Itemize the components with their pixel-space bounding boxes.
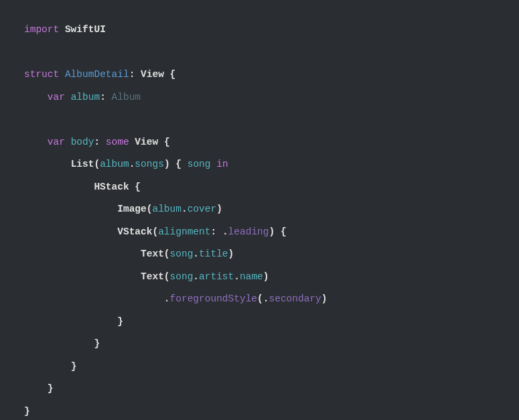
member: cover bbox=[188, 204, 217, 214]
rparen: ) bbox=[164, 159, 170, 169]
colon: : bbox=[94, 137, 100, 147]
code-line: .foregroundStyle(.secondary) bbox=[24, 288, 495, 311]
keyword-some: some bbox=[106, 137, 129, 147]
identifier: song bbox=[170, 271, 194, 282]
type-name: View bbox=[135, 137, 158, 147]
code-line: Text(song.artist.name) bbox=[24, 266, 495, 289]
member: name bbox=[240, 271, 263, 282]
close-brace: } bbox=[71, 361, 77, 372]
rparen: ) bbox=[321, 293, 327, 304]
enum-case: secondary bbox=[269, 293, 321, 304]
keyword-var: var bbox=[48, 92, 65, 102]
code-line: } bbox=[24, 311, 495, 334]
protocol-name: View bbox=[141, 69, 164, 80]
close-brace: } bbox=[94, 338, 100, 349]
code-line: } bbox=[24, 333, 495, 356]
colon: : bbox=[129, 69, 135, 80]
keyword-import: import bbox=[24, 24, 59, 35]
enum-case: leading bbox=[228, 226, 269, 237]
code-line: Image(album.cover) bbox=[24, 198, 495, 221]
open-brace: { bbox=[281, 226, 287, 237]
open-brace: { bbox=[170, 69, 176, 80]
code-block: import SwiftUI struct AlbumDetail: View … bbox=[24, 19, 495, 420]
property-name: body bbox=[71, 137, 94, 147]
func-call: Image bbox=[117, 204, 147, 214]
close-brace: } bbox=[117, 316, 123, 327]
rparen: ) bbox=[263, 271, 269, 282]
code-line: VStack(alignment: .leading) { bbox=[24, 221, 495, 244]
open-brace: { bbox=[135, 182, 141, 192]
code-line: } bbox=[24, 378, 495, 401]
member: artist bbox=[199, 271, 234, 282]
rparen: ) bbox=[228, 249, 234, 259]
code-line: } bbox=[24, 401, 495, 421]
method-call: foregroundStyle bbox=[170, 293, 258, 304]
code-line: HStack { bbox=[24, 176, 495, 199]
blank-line bbox=[24, 42, 495, 64]
code-line: struct AlbumDetail: View { bbox=[24, 64, 495, 86]
func-call: Text bbox=[141, 271, 164, 282]
code-line: List(album.songs) { song in bbox=[24, 153, 495, 176]
type-name: AlbumDetail bbox=[65, 69, 129, 80]
lparen: ( bbox=[257, 293, 263, 304]
close-brace: } bbox=[48, 383, 54, 394]
keyword-var: var bbox=[48, 137, 65, 147]
lparen: ( bbox=[152, 226, 158, 237]
keyword-in: in bbox=[216, 159, 228, 169]
rparen: ) bbox=[216, 204, 222, 214]
type-name: Album bbox=[112, 92, 141, 102]
func-call: List bbox=[71, 159, 94, 169]
close-brace: } bbox=[24, 406, 30, 417]
rparen: ) bbox=[269, 226, 275, 237]
identifier: song bbox=[170, 249, 194, 259]
closure-param: song bbox=[188, 159, 211, 169]
keyword-struct: struct bbox=[24, 69, 59, 80]
code-line: Text(song.title) bbox=[24, 243, 495, 266]
property-name: album bbox=[71, 92, 100, 102]
code-line: var body: some View { bbox=[24, 131, 495, 154]
open-brace: { bbox=[164, 137, 170, 147]
open-brace: { bbox=[175, 159, 181, 169]
lparen: ( bbox=[164, 249, 170, 259]
member: songs bbox=[135, 159, 164, 169]
lparen: ( bbox=[164, 271, 170, 282]
dot: . bbox=[193, 271, 199, 282]
blank-line bbox=[24, 109, 495, 131]
func-call: HStack bbox=[94, 182, 129, 192]
lparen: ( bbox=[94, 159, 100, 169]
colon: : bbox=[100, 92, 106, 102]
func-call: VStack bbox=[117, 226, 152, 237]
member: title bbox=[199, 249, 228, 259]
identifier: album bbox=[100, 159, 129, 169]
dot: . bbox=[181, 204, 188, 214]
dot: . bbox=[164, 293, 170, 304]
colon: : bbox=[210, 226, 216, 237]
code-line: } bbox=[24, 356, 495, 378]
code-line: var album: Album bbox=[24, 86, 495, 109]
dot: . bbox=[234, 271, 240, 282]
func-call: Text bbox=[141, 249, 164, 259]
param-label: alignment bbox=[158, 226, 210, 237]
code-line: import SwiftUI bbox=[24, 19, 495, 42]
module-name: SwiftUI bbox=[65, 24, 106, 35]
dot: . bbox=[193, 249, 199, 259]
dot: . bbox=[222, 226, 228, 237]
identifier: album bbox=[152, 204, 181, 214]
